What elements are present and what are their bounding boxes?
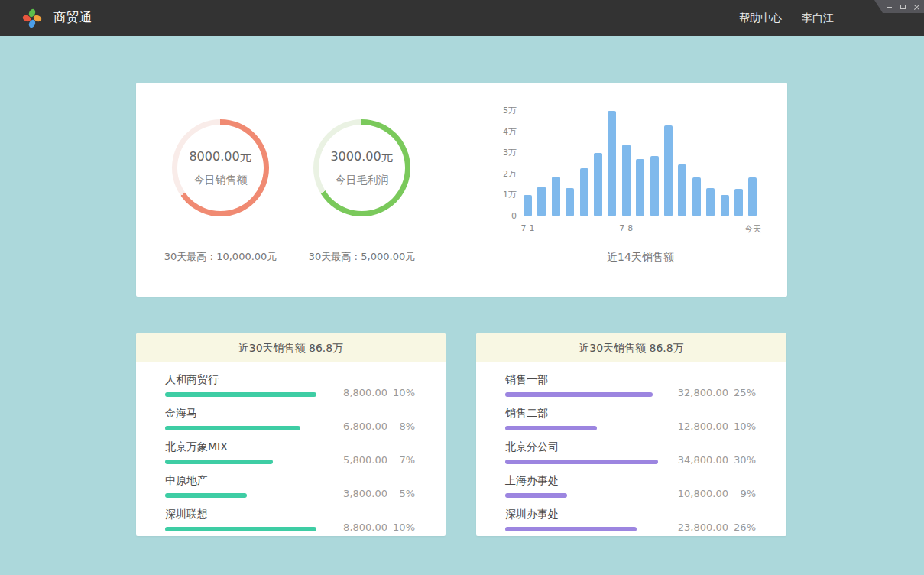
bar-chart-title: 近14天销售额 — [524, 251, 757, 265]
bar-day-3 — [552, 177, 560, 216]
bar-day-12 — [678, 164, 686, 216]
bar-chart-y-axis: 01万2万3万4万5万 — [489, 111, 517, 216]
ranking-row-amount: 10,800.00 — [675, 488, 728, 499]
app-logo-icon — [22, 8, 42, 29]
bar-day-11 — [664, 125, 673, 216]
bar-day-13 — [692, 177, 701, 216]
ranking-row: 北京分公司34,800.0030% — [505, 440, 756, 464]
bar-day-9 — [636, 159, 644, 216]
bar-day-6 — [594, 153, 602, 216]
x-axis-tick: 今天 — [744, 223, 761, 235]
ranking-row-amount: 5,800.00 — [334, 454, 387, 466]
ranking-row-percent: 10% — [387, 521, 415, 533]
ranking-row-name: 上海办事处 — [505, 474, 675, 488]
ranking-row-name: 深圳联想 — [165, 508, 334, 521]
ranking-row-name: 中原地产 — [165, 474, 334, 488]
ranking-row-name: 销售一部 — [505, 373, 675, 387]
ranking-row-percent: 26% — [728, 521, 756, 533]
ranking-row-amount: 8,800.00 — [334, 387, 387, 398]
ranking-row-bar — [505, 426, 597, 430]
ranking-row: 销售二部12,800.0010% — [505, 407, 756, 430]
department-sales-ranking-card: 近30天销售额 86.8万 销售一部32,800.0025%销售二部12,800… — [476, 333, 786, 536]
today-sales-label: 今日销售额 — [194, 174, 248, 187]
sales-30day-max: 30天最高：10,000.00元 — [150, 250, 291, 264]
y-axis-tick: 1万 — [503, 190, 517, 200]
profit-30day-max: 30天最高：5,000.00元 — [291, 250, 433, 264]
today-profit-label: 今日毛利润 — [336, 174, 389, 187]
ranking-row-bar — [505, 493, 567, 498]
minimize-icon[interactable] — [887, 3, 893, 11]
ranking-row-name: 人和商贸行 — [165, 373, 334, 387]
ranking-row-bar — [165, 426, 300, 430]
y-axis-tick: 3万 — [503, 148, 517, 158]
ranking-row-amount: 12,800.00 — [675, 421, 728, 432]
y-axis-tick: 4万 — [503, 127, 517, 138]
ranking-rows: 销售一部32,800.0025%销售二部12,800.0010%北京分公司34,… — [476, 362, 786, 531]
ranking-row-percent: 10% — [387, 387, 415, 398]
y-axis-tick: 0 — [511, 211, 517, 222]
ranking-row: 深圳办事处23,800.0026% — [505, 508, 756, 531]
ranking-row-bar — [165, 460, 273, 464]
ranking-row-bar — [505, 392, 653, 397]
ranking-card-title: 近30天销售额 86.8万 — [476, 333, 786, 362]
today-sales-donut-chart: 8000.00元 今日销售额 — [172, 119, 269, 216]
bar-day-15 — [721, 195, 729, 216]
ranking-row-name: 深圳办事处 — [505, 508, 675, 521]
ranking-row-amount: 34,800.00 — [675, 454, 728, 466]
donut-text: 8000.00元 今日销售额 — [172, 119, 269, 216]
ranking-row-bar — [505, 460, 658, 464]
app-title: 商贸通 — [53, 10, 92, 26]
bar-chart-x-axis: 7-17-8今天 — [524, 223, 757, 236]
today-profit-donut-chart: 3000.00元 今日毛利润 — [313, 119, 410, 216]
ranking-row-percent: 10% — [728, 421, 756, 432]
bar-day-10 — [650, 156, 659, 216]
ranking-row-percent: 8% — [387, 421, 415, 432]
user-name-link[interactable]: 李白江 — [802, 11, 834, 25]
ranking-row-percent: 5% — [387, 488, 415, 499]
bar-chart-plot: 01万2万3万4万5万 — [524, 111, 757, 216]
ranking-row-bar — [165, 493, 247, 498]
ranking-row-percent: 9% — [728, 488, 756, 499]
bar-day-16 — [734, 189, 743, 216]
close-icon[interactable] — [913, 3, 919, 11]
bar-day-7 — [608, 111, 616, 216]
y-axis-tick: 5万 — [503, 106, 517, 116]
ranking-row-amount: 8,800.00 — [334, 521, 387, 533]
bar-day-1 — [524, 195, 532, 216]
ranking-row-name: 北京分公司 — [505, 440, 675, 454]
ranking-row-amount: 23,800.00 — [675, 521, 728, 533]
ranking-row-name: 北京万象MIX — [165, 440, 334, 454]
bar-day-4 — [566, 188, 574, 216]
ranking-row: 北京万象MIX5,800.007% — [165, 440, 415, 464]
ranking-row: 深圳联想8,800.0010% — [165, 508, 415, 531]
ranking-row-amount: 6,800.00 — [334, 421, 387, 432]
overview-card: 8000.00元 今日销售额 30天最高：10,000.00元 3000.00元… — [136, 83, 787, 297]
bar-day-2 — [537, 187, 546, 216]
today-sales-gauge: 8000.00元 今日销售额 30天最高：10,000.00元 — [150, 119, 291, 264]
ranking-card-title: 近30天销售额 86.8万 — [136, 333, 446, 362]
ranking-row: 销售一部32,800.0025% — [505, 373, 756, 397]
ranking-row-percent: 30% — [728, 454, 756, 466]
ranking-row-bar — [505, 527, 637, 531]
today-sales-value: 8000.00元 — [189, 149, 251, 165]
today-profit-value: 3000.00元 — [330, 149, 393, 165]
x-axis-tick: 7-8 — [619, 223, 633, 233]
ranking-rows: 人和商贸行8,800.0010%金海马6,800.008%北京万象MIX5,80… — [136, 362, 446, 531]
ranking-row-bar — [165, 527, 316, 531]
ranking-row: 中原地产3,800.005% — [165, 474, 415, 498]
ranking-row-name: 销售二部 — [505, 407, 675, 421]
ranking-row: 人和商贸行8,800.0010% — [165, 373, 415, 397]
donut-text: 3000.00元 今日毛利润 — [313, 119, 410, 216]
titlebar: 商贸通 帮助中心 李白江 — [0, 0, 924, 36]
maximize-icon[interactable] — [900, 3, 906, 11]
today-profit-gauge: 3000.00元 今日毛利润 30天最高：5,000.00元 — [291, 119, 433, 264]
help-center-link[interactable]: 帮助中心 — [739, 11, 782, 25]
ranking-row-amount: 3,800.00 — [334, 488, 387, 499]
ranking-row-percent: 7% — [387, 454, 415, 466]
bar-day-14 — [706, 188, 715, 216]
bar-day-8 — [622, 145, 631, 216]
bar-day-5 — [580, 168, 588, 216]
sales-14day-bar-chart: 01万2万3万4万5万 7-17-8今天 近14天销售额 — [489, 111, 768, 265]
x-axis-tick: 7-1 — [521, 223, 535, 233]
ranking-row-percent: 25% — [728, 387, 756, 398]
